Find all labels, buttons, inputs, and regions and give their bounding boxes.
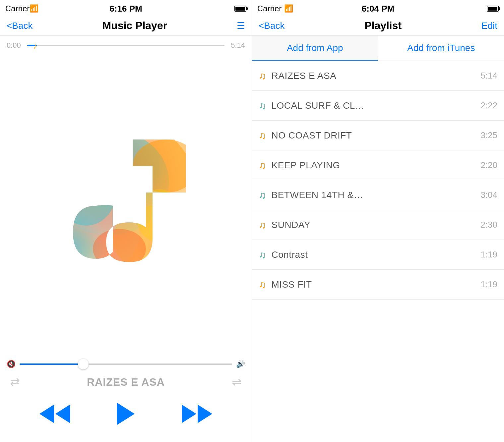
- song-duration: 2:30: [480, 220, 497, 230]
- music-player-panel: Carrier 📶 6:16 PM <Back Music Player ☰ 0…: [0, 0, 252, 442]
- song-title: Contrast: [272, 249, 481, 260]
- playlist-item[interactable]: ♫LOCAL SURF & CL…2:22: [252, 91, 504, 121]
- edit-button[interactable]: Edit: [481, 21, 497, 31]
- progress-track[interactable]: ♪: [27, 45, 224, 46]
- volume-track[interactable]: [20, 363, 232, 365]
- song-duration: 2:20: [480, 160, 497, 170]
- note-thumb-icon: ♪: [33, 41, 37, 50]
- triangle-left-1: [39, 405, 54, 423]
- add-from-app-tab[interactable]: Add from App: [252, 36, 378, 61]
- wifi-icon-left: 📶: [30, 4, 38, 13]
- playlist-title: Playlist: [364, 20, 402, 32]
- music-note-icon: ♫: [259, 160, 266, 171]
- nav-bar-right: <Back Playlist Edit: [252, 16, 504, 36]
- song-duration: 1:19: [480, 279, 497, 290]
- progress-thumb[interactable]: ♪: [33, 41, 41, 49]
- time-right: 6:04 PM: [362, 4, 394, 14]
- playlist-list: ♫RAIZES E ASA5:14♫LOCAL SURF & CL…2:22♫N…: [252, 61, 504, 442]
- progress-section: 0:00 ♪ 5:14: [0, 36, 252, 55]
- song-title: SUNDAY: [272, 220, 481, 230]
- play-triangle: [117, 403, 135, 425]
- status-bar-right: Carrier 📶 6:04 PM: [252, 0, 504, 16]
- playlist-item[interactable]: ♫BETWEEN 14TH &…3:04: [252, 180, 504, 210]
- triangle-right-2: [198, 405, 212, 423]
- music-player-title: Music Player: [102, 20, 167, 32]
- triangle-left-2: [55, 405, 70, 423]
- back-button-right[interactable]: <Back: [259, 21, 285, 31]
- volume-mute-icon: 🔇: [7, 360, 16, 368]
- skip-forward-button[interactable]: [184, 401, 210, 427]
- battery-icon-right: [487, 6, 499, 12]
- album-art-section: [0, 55, 252, 357]
- shuffle-icon[interactable]: ⇌: [232, 375, 242, 389]
- song-title: MISS FIT: [272, 279, 481, 290]
- triangle-right-1: [182, 405, 196, 423]
- nav-bar-left: <Back Music Player ☰: [0, 16, 252, 36]
- segmented-control: Add from App Add from iTunes: [252, 36, 504, 61]
- music-note-icon: ♫: [259, 249, 266, 260]
- repeat-icon[interactable]: ⇄: [10, 375, 20, 389]
- volume-fill: [20, 363, 83, 365]
- volume-section: 🔇 🔊: [0, 357, 252, 372]
- volume-high-icon: 🔊: [236, 360, 245, 368]
- music-note-icon: ♫: [259, 130, 266, 141]
- song-title: LOCAL SURF & CL…: [272, 100, 481, 111]
- wifi-icon-right: 📶: [284, 4, 293, 13]
- playlist-item[interactable]: ♫RAIZES E ASA5:14: [252, 61, 504, 91]
- song-title: KEEP PLAYING: [272, 160, 481, 171]
- add-from-itunes-tab[interactable]: Add from iTunes: [378, 36, 504, 61]
- end-time: 5:14: [228, 41, 245, 50]
- song-duration: 2:22: [480, 100, 497, 111]
- svg-rect-10: [133, 166, 153, 193]
- music-note-icon: ♫: [259, 70, 266, 82]
- album-art: [60, 133, 192, 279]
- playlist-item[interactable]: ♫Contrast1:19: [252, 240, 504, 270]
- music-note-icon: ♫: [259, 279, 266, 290]
- song-duration: 1:19: [480, 249, 497, 260]
- status-bar-left: Carrier 📶 6:16 PM: [0, 0, 252, 16]
- music-note-icon: ♫: [259, 190, 266, 201]
- song-duration: 3:25: [480, 130, 497, 140]
- playlist-item[interactable]: ♫MISS FIT1:19: [252, 270, 504, 300]
- menu-icon[interactable]: ☰: [237, 20, 245, 31]
- song-title: NO COAST DRIFT: [272, 130, 481, 141]
- song-title: RAIZES E ASA: [272, 71, 481, 81]
- playback-controls: [0, 392, 252, 442]
- track-info: ⇄ RAIZES E ASA ⇌: [0, 372, 252, 392]
- song-title: BETWEEN 14TH &…: [272, 190, 481, 200]
- play-button[interactable]: [111, 399, 141, 429]
- music-note-icon: ♫: [259, 219, 266, 231]
- playlist-panel: Carrier 📶 6:04 PM <Back Playlist Edit Ad…: [252, 0, 504, 442]
- playlist-item[interactable]: ♫SUNDAY2:30: [252, 210, 504, 240]
- time-left: 6:16 PM: [109, 4, 142, 14]
- playlist-item[interactable]: ♫NO COAST DRIFT3:25: [252, 121, 504, 150]
- carrier-label-left: Carrier: [5, 4, 30, 13]
- track-name: RAIZES E ASA: [87, 376, 165, 388]
- back-button-left[interactable]: <Back: [7, 21, 33, 31]
- volume-thumb[interactable]: [78, 359, 89, 369]
- current-time: 0:00: [7, 41, 23, 50]
- battery-icon-left: [234, 6, 246, 12]
- playlist-item[interactable]: ♫KEEP PLAYING2:20: [252, 150, 504, 180]
- skip-back-button[interactable]: [41, 401, 68, 427]
- song-duration: 5:14: [480, 71, 497, 81]
- carrier-label-right: Carrier: [257, 4, 282, 13]
- song-duration: 3:04: [480, 190, 497, 200]
- music-note-icon: ♫: [259, 100, 266, 111]
